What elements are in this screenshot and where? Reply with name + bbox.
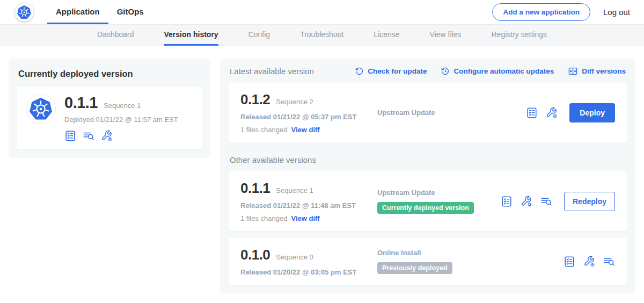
- subnav-tab-license-label: License: [374, 30, 399, 39]
- sequence-label: Sequence 2: [276, 98, 313, 106]
- diff-versions-label: Diff versions: [582, 67, 626, 75]
- deploy-logs-icon[interactable]: [540, 196, 552, 207]
- subnav-tab-registry-settings-label: Registry settings: [492, 30, 547, 39]
- version-source: Online Install: [377, 249, 564, 257]
- tab-gitops-label: GitOps: [117, 7, 144, 16]
- view-diff-link[interactable]: View diff: [291, 126, 319, 134]
- diff-versions-icon: [568, 66, 578, 76]
- files-changed-line: 1 files changedView diff: [240, 214, 377, 222]
- header-right: Add a new application Log out: [492, 0, 630, 24]
- subnav-tab-version-history[interactable]: Version history: [164, 25, 218, 46]
- currently-deployed-badge: Currently deployed version: [377, 202, 474, 214]
- app-logo: [26, 94, 56, 124]
- edit-config-icon[interactable]: [101, 130, 113, 142]
- versions-panel: Latest available version Check for updat…: [220, 59, 635, 293]
- version-row-0-1-2: 0.1.2 Sequence 2 Released 01/21/22 @ 05:…: [229, 83, 627, 142]
- version-row-actions: Deploy: [526, 103, 615, 122]
- versions-panel-actions: Check for update Configure automatic upd…: [355, 66, 626, 76]
- version-row-left: 0.1.0 Sequence 0 Released 01/20/22 @ 03:…: [240, 247, 377, 276]
- subnav-tab-dashboard-label: Dashboard: [97, 30, 134, 39]
- add-application-button[interactable]: Add a new application: [492, 3, 590, 21]
- version-row-middle: Upstream Update Currently deployed versi…: [377, 189, 501, 214]
- version-row-middle: Upstream Update: [377, 109, 526, 117]
- deployed-timestamp: Deployed 01/21/22 @ 11:57 am EST: [64, 116, 178, 124]
- configure-automatic-updates-label: Configure automatic updates: [453, 67, 554, 75]
- version-source: Upstream Update: [377, 189, 501, 197]
- files-changed-label: 1 files changed: [240, 126, 287, 134]
- app-subnav: Dashboard Version history Config Trouble…: [0, 25, 644, 46]
- deployed-version-info: 0.1.1 Sequence 1 Deployed 01/21/22 @ 11:…: [64, 94, 178, 142]
- version-source: Upstream Update: [377, 109, 526, 117]
- sequence-label: Sequence 1: [276, 186, 313, 194]
- previously-deployed-badge: Previously deployed: [377, 262, 452, 274]
- latest-available-title: Latest available version: [230, 67, 314, 76]
- preflight-checks-icon[interactable]: [526, 107, 538, 119]
- subnav-tab-view-files-label: View files: [430, 30, 462, 39]
- preflight-checks-icon[interactable]: [64, 130, 76, 142]
- deployed-sequence-label: Sequence 1: [104, 102, 141, 110]
- subnav-tab-config-label: Config: [248, 30, 270, 39]
- subnav-tab-view-files[interactable]: View files: [430, 25, 462, 46]
- check-for-update-label: Check for update: [368, 67, 427, 75]
- subnav-tab-version-history-label: Version history: [164, 30, 218, 39]
- deployed-version-number: 0.1.1: [64, 94, 98, 112]
- version-number: 0.1.0: [240, 247, 270, 263]
- deploy-logs-icon[interactable]: [603, 256, 615, 268]
- currently-deployed-title: Currently deployed version: [18, 69, 201, 79]
- edit-config-icon[interactable]: [521, 196, 532, 207]
- kubernetes-logo: [15, 3, 33, 21]
- version-row-actions: [564, 256, 615, 268]
- diff-versions-link[interactable]: Diff versions: [568, 66, 626, 76]
- version-number: 0.1.1: [240, 180, 270, 197]
- kubernetes-logo-icon: [17, 5, 32, 20]
- redeploy-button[interactable]: Redeploy: [564, 192, 615, 211]
- kubernetes-app-icon: [28, 97, 53, 121]
- subnav-tab-license[interactable]: License: [374, 25, 399, 46]
- tab-application[interactable]: Application: [47, 0, 108, 24]
- subnav-tab-troubleshoot-label: Troubleshoot: [300, 30, 343, 39]
- configure-automatic-updates-link[interactable]: Configure automatic updates: [441, 67, 554, 76]
- main-content: Currently deployed version 0.1.1 Sequenc…: [0, 46, 644, 303]
- version-row-actions: Redeploy: [501, 192, 615, 211]
- schedule-update-icon: [441, 67, 450, 76]
- view-config-icon[interactable]: [583, 256, 595, 268]
- released-timestamp: Released 01/21/22 @ 05:37 pm EST: [240, 113, 377, 121]
- check-for-update-link[interactable]: Check for update: [355, 67, 427, 76]
- tab-application-label: Application: [56, 7, 100, 16]
- currently-deployed-card: Currently deployed version 0.1.1 Sequenc…: [9, 59, 210, 158]
- subnav-tab-config[interactable]: Config: [248, 25, 270, 46]
- deploy-button[interactable]: Deploy: [569, 103, 615, 122]
- subnav-tab-registry-settings[interactable]: Registry settings: [492, 25, 547, 46]
- currently-deployed-version-card: 0.1.1 Sequence 1 Deployed 01/21/22 @ 11:…: [17, 86, 202, 149]
- refresh-icon: [355, 67, 364, 76]
- files-changed-label: 1 files changed: [240, 214, 287, 222]
- version-row-0-1-0: 0.1.0 Sequence 0 Released 01/20/22 @ 03:…: [229, 238, 627, 285]
- preflight-checks-icon[interactable]: [564, 256, 575, 268]
- subnav-tab-troubleshoot[interactable]: Troubleshoot: [300, 25, 343, 46]
- view-diff-link[interactable]: View diff: [291, 214, 319, 222]
- deploy-logs-icon[interactable]: [83, 130, 94, 142]
- version-number: 0.1.2: [240, 91, 270, 108]
- version-row-left: 0.1.1 Sequence 1 Released 01/21/22 @ 11:…: [240, 180, 377, 222]
- app-header: Application GitOps Add a new application…: [0, 0, 644, 25]
- version-row-0-1-1: 0.1.1 Sequence 1 Released 01/21/22 @ 11:…: [229, 171, 627, 231]
- edit-config-icon[interactable]: [546, 107, 558, 119]
- versions-panel-header: Latest available version Check for updat…: [229, 66, 627, 76]
- sequence-label: Sequence 0: [276, 253, 313, 261]
- logout-link[interactable]: Log out: [603, 8, 630, 17]
- released-timestamp: Released 01/20/22 @ 03:05 pm EST: [240, 268, 377, 276]
- version-row-middle: Online Install Previously deployed: [377, 249, 564, 274]
- other-available-title: Other available versions: [230, 155, 626, 164]
- tab-gitops[interactable]: GitOps: [108, 0, 152, 24]
- version-row-left: 0.1.2 Sequence 2 Released 01/21/22 @ 05:…: [240, 91, 377, 134]
- subnav-tab-dashboard[interactable]: Dashboard: [97, 25, 134, 46]
- released-timestamp: Released 01/21/22 @ 11:48 am EST: [240, 201, 377, 210]
- preflight-checks-icon[interactable]: [501, 196, 513, 207]
- files-changed-line: 1 files changedView diff: [240, 126, 377, 134]
